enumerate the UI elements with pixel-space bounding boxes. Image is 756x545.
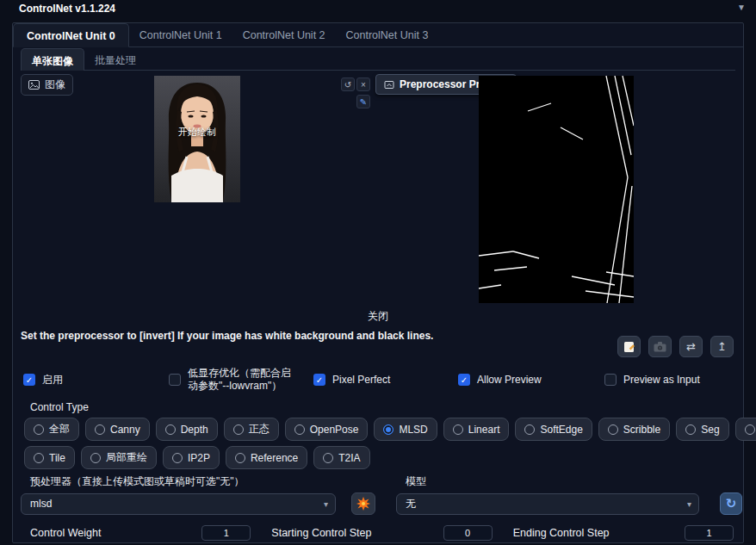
pixel-perfect-checkbox-box[interactable]: ✓ (313, 374, 325, 386)
tab-batch[interactable]: 批量处理 (84, 48, 146, 70)
allow-preview-checkbox[interactable]: ✓ Allow Preview (458, 374, 604, 386)
control-type-inpaint[interactable]: 局部重绘 (81, 446, 157, 469)
preprocessor-select[interactable]: mlsd ▾ (21, 493, 336, 515)
image-icon (28, 80, 40, 90)
control-type-all[interactable]: 全部 (24, 418, 79, 441)
control-type-reference[interactable]: Reference (226, 446, 307, 469)
preview-icon (384, 79, 394, 90)
control-type-depth[interactable]: Depth (156, 418, 218, 441)
control-type-seg[interactable]: Seg (676, 418, 728, 441)
close-preview-button[interactable]: 关闭 (368, 310, 388, 322)
radio-icon (235, 453, 245, 463)
control-type-normal[interactable]: 正态 (224, 418, 279, 441)
radio-icon (172, 453, 183, 463)
option-label: Depth (181, 424, 208, 436)
preprocessor-group: 预处理器（直接上传模式图或草稿时可选"无"） mlsd ▾ (21, 474, 375, 515)
control-weight-label: Control Weight (30, 527, 101, 539)
starting-step-group: Starting Control Step 0 (265, 525, 492, 545)
mirror-webcam-button[interactable]: ⇄ (679, 336, 703, 357)
option-label: Reference (251, 452, 298, 464)
new-canvas-button[interactable] (617, 336, 641, 357)
send-dimensions-button[interactable]: ↥ (710, 336, 734, 357)
enable-checkbox[interactable]: ✓ 启用 (23, 373, 169, 387)
control-type-canny[interactable]: Canny (85, 418, 150, 441)
control-weight-input[interactable]: 1 (201, 525, 251, 541)
close-preview-row: 关闭 (21, 309, 735, 323)
control-type-row-1: 全部 Canny Depth 正态 OpenPose MLSD Lineart … (24, 418, 735, 441)
control-type-scribble[interactable]: Scribble (598, 418, 670, 441)
pixel-perfect-label: Pixel Perfect (332, 374, 390, 386)
preview-as-input-label: Preview as Input (623, 374, 700, 386)
check-icon: ✓ (461, 375, 468, 385)
allow-preview-checkbox-box[interactable]: ✓ (458, 374, 470, 386)
option-label: MLSD (399, 424, 427, 436)
explosion-icon (356, 497, 370, 511)
radio-icon (323, 453, 333, 463)
preview-as-input-checkbox-box[interactable] (604, 374, 617, 386)
control-type-ip2p[interactable]: IP2P (163, 446, 220, 469)
option-label: T2IA (338, 452, 360, 464)
unit-tab-bar: ControlNet Unit 0 ControlNet Unit 1 Cont… (13, 23, 743, 47)
undo-icon[interactable]: ↺ (341, 77, 355, 91)
starting-step-input[interactable]: 0 (443, 525, 493, 541)
image-upload-area[interactable]: 图像 (21, 74, 374, 305)
option-label: Lineart (468, 424, 500, 436)
option-label: 局部重绘 (106, 450, 147, 465)
run-preprocessor-button[interactable] (351, 492, 375, 515)
refresh-models-button[interactable]: ↻ (720, 492, 742, 515)
check-icon: ✓ (316, 375, 323, 385)
new-canvas-icon (623, 341, 635, 353)
note-row: Set the preprocessor to [invert] If your… (21, 328, 735, 361)
control-weight-group: Control Weight 1 (24, 525, 251, 545)
radio-selected-icon (383, 424, 393, 435)
image-label: 图像 (21, 74, 73, 96)
option-label: Tile (49, 452, 65, 464)
control-type-lineart[interactable]: Lineart (443, 418, 510, 441)
tab-controlnet-unit-2[interactable]: ControlNet Unit 2 (232, 23, 336, 46)
tab-controlnet-unit-1[interactable]: ControlNet Unit 1 (129, 23, 232, 46)
input-image[interactable] (154, 76, 240, 202)
radio-icon (90, 453, 101, 463)
radio-icon (34, 453, 44, 463)
mode-tab-bar: 单张图像 批量处理 (21, 48, 735, 71)
control-type-tile[interactable]: Tile (24, 446, 75, 469)
lowvram-checkbox[interactable]: 低显存优化（需配合启动参数"--lowvram"） (169, 367, 313, 393)
brush-icon[interactable]: ✎ (356, 95, 370, 108)
option-label: Seg (701, 424, 719, 436)
collapse-chevron-icon[interactable]: ▼ (737, 3, 746, 12)
model-value: 无 (406, 497, 416, 511)
control-type-t2ia[interactable]: T2IA (313, 446, 369, 469)
enable-checkbox-box[interactable]: ✓ (23, 374, 35, 386)
option-label: 全部 (49, 422, 70, 437)
radio-icon (165, 424, 176, 435)
pixel-perfect-checkbox[interactable]: ✓ Pixel Perfect (313, 374, 458, 386)
radio-icon (294, 424, 305, 435)
control-type-label: Control Type (30, 401, 735, 413)
canvas-toolbar: ⇄ ↥ (617, 336, 734, 357)
control-type-mlsd[interactable]: MLSD (374, 418, 437, 441)
media-row: 图像 (21, 74, 735, 305)
ending-step-group: Ending Control Step 1 (507, 525, 734, 545)
lowvram-checkbox-box[interactable] (169, 374, 181, 386)
control-type-softedge[interactable]: SoftEdge (515, 418, 592, 441)
option-label: Scribble (623, 424, 660, 436)
unit-content: 单张图像 批量处理 图像 (21, 48, 735, 542)
control-type-openpose[interactable]: OpenPose (285, 418, 369, 441)
clear-image-icon[interactable]: × (356, 77, 370, 91)
tab-controlnet-unit-0[interactable]: ControlNet Unit 0 (13, 23, 129, 47)
preview-as-input-checkbox[interactable]: Preview as Input (604, 374, 700, 386)
allow-preview-label: Allow Preview (477, 374, 542, 386)
ending-step-input[interactable]: 1 (685, 525, 734, 541)
webcam-button[interactable] (648, 336, 672, 357)
tab-controlnet-unit-3[interactable]: ControlNet Unit 3 (336, 23, 439, 46)
model-select[interactable]: 无 ▾ (396, 493, 699, 515)
option-label: SoftEdge (540, 424, 582, 436)
control-type-shuffle[interactable]: Shuffle (735, 418, 756, 441)
ending-step-label: Ending Control Step (513, 527, 610, 539)
webcam-icon (654, 341, 666, 352)
radio-icon (524, 424, 535, 435)
tab-single-image[interactable]: 单张图像 (21, 48, 84, 71)
option-label: Canny (110, 424, 140, 436)
mirror-icon: ⇄ (686, 340, 696, 353)
radio-icon (608, 424, 618, 435)
